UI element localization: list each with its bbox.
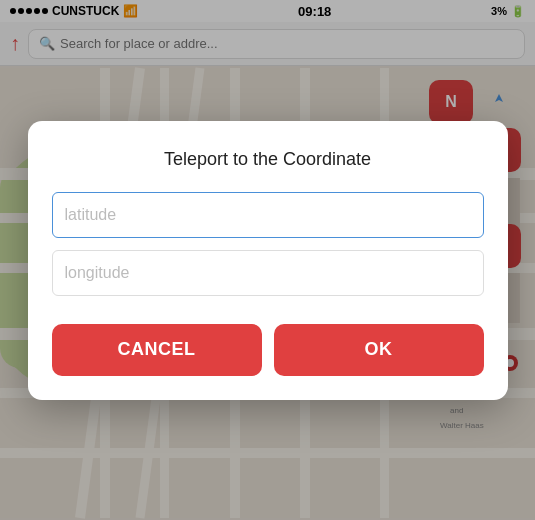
teleport-dialog: Teleport to the Coordinate CANCEL OK	[28, 121, 508, 400]
cancel-button[interactable]: CANCEL	[52, 324, 262, 376]
longitude-input[interactable]	[52, 250, 484, 296]
latitude-input[interactable]	[52, 192, 484, 238]
dialog-buttons: CANCEL OK	[52, 324, 484, 376]
ok-button[interactable]: OK	[274, 324, 484, 376]
dialog-overlay: Teleport to the Coordinate CANCEL OK	[0, 0, 535, 520]
dialog-title: Teleport to the Coordinate	[52, 149, 484, 170]
